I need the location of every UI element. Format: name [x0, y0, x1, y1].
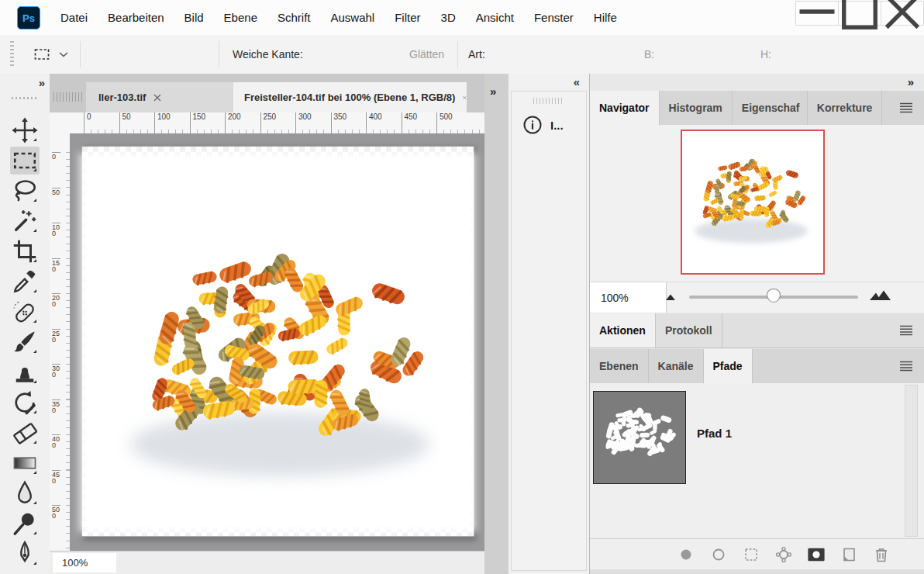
toolbar-expand-icon[interactable]: » — [39, 76, 43, 89]
menu-item-filter[interactable]: Filter — [384, 11, 430, 24]
hruler-tick-450: 450 — [402, 112, 418, 133]
tab-protokoll[interactable]: Protokoll — [656, 313, 722, 348]
menu-item-ebene[interactable]: Ebene — [214, 11, 267, 24]
history-brush-tool[interactable] — [10, 389, 40, 417]
crop-tool[interactable] — [10, 237, 40, 265]
tools-panel: » — [0, 74, 50, 574]
close-tab-icon[interactable] — [153, 94, 161, 102]
menu-item-bild[interactable]: Bild — [174, 11, 214, 24]
panel-menu-icon[interactable] — [898, 102, 914, 113]
info-panel-grip[interactable] — [533, 98, 564, 104]
panel-menu-icon[interactable] — [898, 325, 914, 336]
mask-icon[interactable] — [807, 545, 826, 564]
maximize-button[interactable] — [838, 1, 881, 26]
zoom-in-icon[interactable] — [869, 289, 892, 301]
menu-item-ansicht[interactable]: Ansicht — [466, 11, 524, 24]
menu-item-3d[interactable]: 3D — [431, 11, 466, 24]
stroke-path-icon[interactable] — [709, 545, 728, 564]
tool-preset-marquee-icon[interactable] — [33, 45, 51, 64]
gradient-tool[interactable] — [10, 449, 40, 477]
tab-kan-le[interactable]: Kanäle — [649, 349, 704, 383]
panel-collapse-icon[interactable]: « — [574, 75, 580, 88]
menu-item-bearbeiten[interactable]: Bearbeiten — [98, 11, 174, 24]
brush-tool[interactable] — [10, 328, 40, 356]
right-panel-column: » NavigatorHistogramEigenschafKorrekture… — [589, 74, 924, 574]
feather-label: Weiche Kante: — [233, 35, 303, 74]
clone-stamp-tool[interactable] — [10, 358, 40, 386]
magic-wand-tool[interactable] — [10, 207, 40, 235]
document-tab-background[interactable]: ller-103.tif — [86, 82, 246, 112]
tab-overflow-icon[interactable]: » — [490, 85, 496, 98]
hruler-tick-100: 100 — [154, 112, 171, 133]
info-panel-button[interactable]: I... — [522, 115, 564, 135]
hruler-tick-50: 50 — [119, 112, 131, 133]
panel-bottom-strip — [590, 569, 924, 574]
burn-tool[interactable] — [10, 510, 40, 538]
tab-aktionen[interactable]: Aktionen — [590, 313, 656, 348]
panel-expand-icon[interactable]: » — [908, 75, 914, 88]
close-tab-icon[interactable] — [463, 94, 467, 102]
tab-korrekture[interactable]: Korrekture — [808, 91, 883, 125]
vruler-tick-400: 400 — [52, 434, 60, 448]
lasso-tool[interactable] — [10, 177, 40, 205]
vruler-tick-50: 50 — [52, 188, 60, 195]
menu-item-fenster[interactable]: Fenster — [524, 11, 584, 24]
toolbar-grip[interactable] — [12, 97, 38, 99]
fill-path-icon[interactable] — [677, 545, 695, 564]
hruler-tick-500: 500 — [436, 112, 453, 133]
tab-navigator[interactable]: Navigator — [590, 91, 660, 125]
minimize-icon — [796, 0, 838, 36]
path-handles-icon[interactable] — [774, 545, 793, 564]
delete-icon[interactable] — [872, 545, 891, 564]
blur-tool[interactable] — [10, 479, 40, 507]
status-zoom-level[interactable]: 100% — [53, 553, 116, 572]
paths-panel-footer — [590, 538, 924, 569]
maximize-icon — [839, 0, 881, 36]
tab-pfade[interactable]: Pfade — [704, 349, 753, 383]
hruler-tick-250: 250 — [260, 112, 277, 133]
tab-ebenen[interactable]: Ebenen — [590, 349, 649, 383]
vruler-tick-450: 450 — [52, 470, 60, 484]
vruler-tick-0: 0 — [52, 152, 60, 160]
paths-scrollbar[interactable] — [905, 385, 918, 537]
new-path-icon[interactable] — [840, 545, 858, 564]
panel-menu-icon[interactable] — [898, 361, 914, 372]
document-tab-label: ller-103.tif — [98, 92, 146, 103]
navigator-zoom-slider-thumb[interactable] — [767, 289, 781, 303]
close-button[interactable] — [881, 1, 924, 26]
navigator-zoom-value[interactable]: 100% — [590, 282, 667, 313]
document-canvas[interactable] — [81, 146, 474, 537]
menu-item-auswahl[interactable]: Auswahl — [321, 11, 385, 24]
chevron-down-icon[interactable] — [59, 52, 68, 57]
path-name[interactable]: Pfad 1 — [697, 427, 732, 440]
zoom-out-icon[interactable] — [664, 292, 678, 301]
eraser-tool[interactable] — [10, 419, 40, 447]
path-silhouette — [594, 392, 684, 482]
info-panel: I... — [511, 91, 587, 571]
navigator-zoom-bar: 100% — [590, 282, 924, 313]
vruler-tick-200: 200 — [52, 293, 60, 307]
menu-item-hilfe[interactable]: Hilfe — [584, 11, 627, 24]
marquee-tool[interactable] — [10, 147, 40, 175]
menu-item-datei[interactable]: Datei — [50, 11, 98, 24]
tab-histogram[interactable]: Histogram — [660, 91, 733, 125]
tab-eigenschaf[interactable]: Eigenschaf — [733, 91, 808, 125]
eyedropper-tool[interactable] — [10, 268, 40, 296]
vertical-ruler: 050100150200250300350400450500 — [50, 133, 71, 551]
document-tab-active[interactable]: Freisteller-104.tif bei 100% (Ebene 1, R… — [233, 82, 467, 112]
pen-tool[interactable] — [10, 540, 40, 568]
path-thumbnail[interactable] — [593, 391, 686, 484]
options-grip[interactable] — [10, 41, 14, 67]
canvas-area[interactable] — [70, 133, 484, 551]
healing-brush-tool[interactable] — [10, 298, 40, 326]
info-panel-column: « I... — [509, 74, 590, 574]
hruler-tick-200: 200 — [225, 112, 241, 133]
minimize-button[interactable] — [795, 1, 839, 26]
move-tool[interactable] — [10, 116, 40, 144]
load-selection-icon[interactable] — [742, 545, 760, 564]
menu-items: DateiBearbeitenBildEbeneSchriftAuswahlFi… — [50, 0, 627, 35]
menu-item-schrift[interactable]: Schrift — [267, 11, 321, 24]
navigator-proxy-view[interactable] — [681, 130, 825, 275]
tabbar-grip[interactable] — [53, 92, 84, 102]
status-bar: 100% — [50, 551, 484, 574]
